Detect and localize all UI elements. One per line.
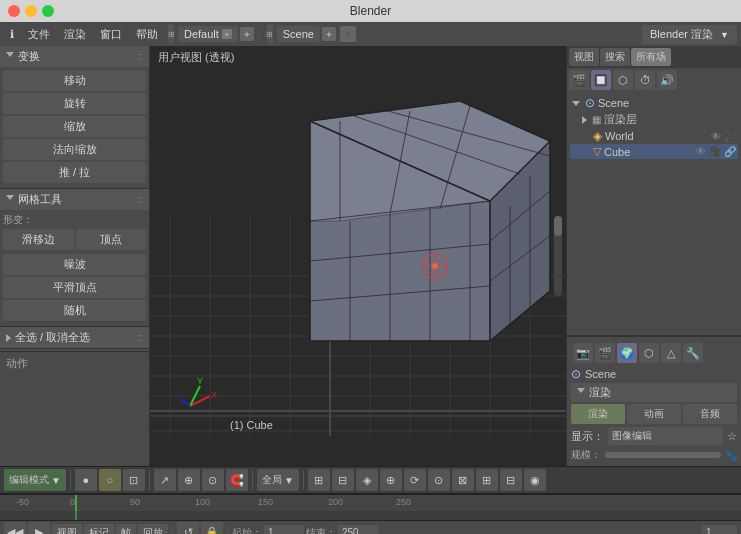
icon-anim[interactable]: ⏱ [635, 70, 655, 90]
btn-smooth-vertex[interactable]: 平滑顶点 [3, 277, 146, 298]
bb-view[interactable]: 视图 [52, 524, 82, 535]
tb-icon1[interactable]: ⊞ [308, 469, 330, 491]
view-icon2[interactable]: ⊞ [267, 24, 273, 44]
edit-mode-dropdown[interactable]: 编辑模式 ▼ [4, 469, 66, 491]
tb-icon2[interactable]: ⊟ [332, 469, 354, 491]
btn-global[interactable]: 全局 ▼ [257, 469, 299, 491]
menu-file[interactable]: 文件 [22, 25, 56, 44]
tb-icon10[interactable]: ◉ [524, 469, 546, 491]
icon-sound[interactable]: 🔊 [657, 70, 677, 90]
bb-icon-play[interactable]: ▶ [28, 522, 50, 535]
tb-icon5[interactable]: ⟳ [404, 469, 426, 491]
right-tab-all[interactable]: 所有场 [631, 48, 671, 66]
btn-push-pull[interactable]: 推 / 拉 [3, 162, 146, 183]
outliner-render-layer[interactable]: ▦ 渲染层 [570, 111, 738, 128]
tb-icon8[interactable]: ⊞ [476, 469, 498, 491]
bb-lock-icon[interactable]: 🔒 [201, 522, 223, 535]
object-label: (1) Cube [230, 419, 273, 431]
workspace-tab-default[interactable]: Default × [178, 26, 238, 42]
tb-icon7[interactable]: ⊠ [452, 469, 474, 491]
cube-link-icon[interactable]: 🔗 [724, 146, 736, 157]
app-title: Blender [350, 4, 391, 18]
icon-render[interactable]: 🔲 [591, 70, 611, 90]
bb-markers[interactable]: 标记 [84, 524, 114, 535]
close-workspace[interactable]: × [340, 26, 356, 42]
icon-mesh[interactable]: ⬡ [613, 70, 633, 90]
bb-frame[interactable]: 帧 [116, 524, 136, 535]
render-engine-dropdown[interactable]: Blender 渲染 ▼ [642, 25, 737, 44]
bb-icon-prev[interactable]: ◀◀ [4, 522, 26, 535]
tb-snap[interactable]: 🧲 [226, 469, 248, 491]
scale-bar[interactable] [605, 452, 721, 458]
icon-camera[interactable]: 🎬 [569, 70, 589, 90]
btn-random[interactable]: 随机 [3, 300, 146, 321]
right-tab-search[interactable]: 搜索 [600, 48, 630, 66]
mesh-tools-header[interactable]: 网格工具 :: [0, 189, 149, 210]
add-workspace-button[interactable]: + [240, 27, 254, 41]
prop-render-icon[interactable]: 📷 [573, 343, 593, 363]
display-row: 显示： 图像编辑 ☆ [571, 427, 737, 445]
tb-vertex-mode[interactable]: ● [75, 469, 97, 491]
btn-rotate[interactable]: 旋转 [3, 93, 146, 114]
tb-edge-mode[interactable]: ○ [99, 469, 121, 491]
btn-audio[interactable]: 音频 [683, 404, 737, 424]
menu-render[interactable]: 渲染 [58, 25, 92, 44]
btn-normal-scale[interactable]: 法向缩放 [3, 139, 146, 160]
world-eye-icon[interactable]: 👁 [711, 131, 721, 142]
bb-playback[interactable]: 回放 [138, 524, 168, 535]
outliner-world[interactable]: ◈ World 👁 🎥 [570, 128, 738, 144]
transform-header[interactable]: 变换 :: [0, 46, 149, 67]
outliner-scene[interactable]: ⊙ Scene [570, 95, 738, 111]
world-render-icon[interactable]: 🎥 [724, 131, 736, 142]
menu-info[interactable]: ℹ [4, 26, 20, 43]
tb-transform[interactable]: ↗ [154, 469, 176, 491]
select-all-header[interactable]: 全选 / 取消全选 :: [0, 327, 149, 348]
btn-slide-edge[interactable]: 滑移边 [3, 229, 74, 250]
end-input[interactable] [338, 525, 378, 534]
current-frame-input[interactable] [702, 525, 737, 534]
bb-sep2 [227, 525, 228, 535]
render-section-header[interactable]: 渲染 [571, 383, 737, 402]
outliner-cube[interactable]: ▽ Cube 👁 🎥 🔗 [570, 144, 738, 159]
tb-face-mode[interactable]: ⊡ [123, 469, 145, 491]
bb-loop-icon[interactable]: ↺ [177, 522, 199, 535]
prop-mesh-icon[interactable]: △ [661, 343, 681, 363]
workspace-tab-scene[interactable]: Scene [277, 26, 320, 42]
tb-icon3[interactable]: ◈ [356, 469, 378, 491]
add-scene-button[interactable]: + [322, 27, 336, 41]
cube-render-icon[interactable]: 🎥 [709, 146, 721, 157]
btn-noise[interactable]: 噪波 [3, 254, 146, 275]
prop-modifier-icon[interactable]: 🔧 [683, 343, 703, 363]
btn-animation[interactable]: 动画 [627, 404, 681, 424]
tb-icon9[interactable]: ⊟ [500, 469, 522, 491]
close-button[interactable] [8, 5, 20, 17]
stars-icon[interactable]: ☆ [727, 430, 737, 443]
btn-render[interactable]: 渲染 [571, 404, 625, 424]
menu-window[interactable]: 窗口 [94, 25, 128, 44]
display-value[interactable]: 图像编辑 [608, 427, 723, 445]
prop-obj-icon[interactable]: ⬡ [639, 343, 659, 363]
maximize-button[interactable] [42, 5, 54, 17]
right-tab-view[interactable]: 视图 [569, 48, 599, 66]
btn-vertex[interactable]: 顶点 [76, 229, 147, 250]
menu-help[interactable]: 帮助 [130, 25, 164, 44]
tb-icon4[interactable]: ⊕ [380, 469, 402, 491]
workspace-tab-close[interactable]: × [222, 29, 232, 39]
prop-scene-icon[interactable]: 🎬 [595, 343, 615, 363]
start-input[interactable] [264, 525, 304, 534]
viewport[interactable]: 用户视图 (透视) [150, 46, 566, 466]
minimize-button[interactable] [25, 5, 37, 17]
mesh-tools-content: 形变： 滑移边 顶点 噪波 平滑顶点 随机 [0, 210, 149, 326]
tb-icon6[interactable]: ⊙ [428, 469, 450, 491]
window-controls[interactable] [8, 5, 54, 17]
timeline[interactable]: -50 0 50 100 150 200 250 [0, 494, 741, 520]
prop-world-icon[interactable]: 🌍 [617, 343, 637, 363]
tb-manipulator[interactable]: ⊕ [178, 469, 200, 491]
btn-move[interactable]: 移动 [3, 70, 146, 91]
tb-proportional[interactable]: ⊙ [202, 469, 224, 491]
cube-eye-icon[interactable]: 👁 [696, 146, 706, 157]
right-panel: 视图 搜索 所有场 🎬 🔲 ⬡ ⏱ 🔊 ⊙ Scene ▦ 渲染层 [566, 46, 741, 466]
view-icon[interactable]: ⊞ [168, 24, 174, 44]
timeline-track[interactable]: -50 0 50 100 150 200 250 [0, 495, 741, 511]
btn-scale[interactable]: 缩放 [3, 116, 146, 137]
